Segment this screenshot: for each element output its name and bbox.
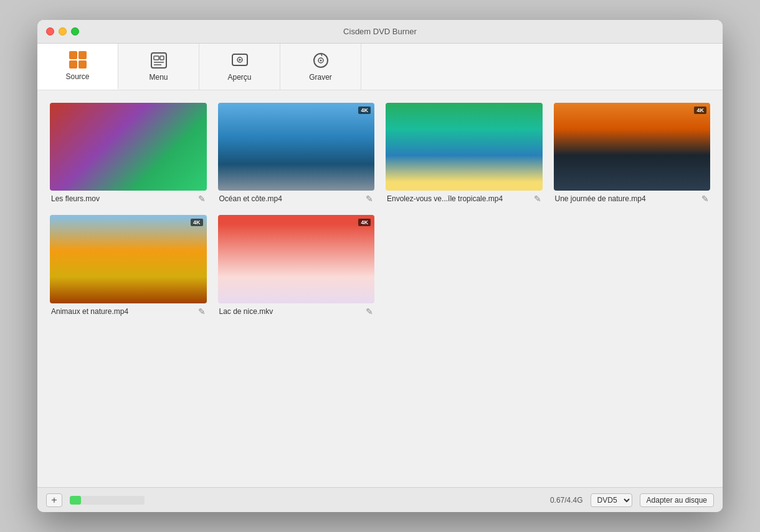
svg-rect-2 <box>160 56 164 60</box>
tab-menu-label: Menu <box>149 73 168 82</box>
window-title: Cisdem DVD Burner <box>343 27 417 36</box>
video-name: Les fleurs.mov <box>51 194 194 203</box>
video-name: Envolez-vous ve...île tropicale.mp4 <box>387 194 530 203</box>
maximize-button[interactable] <box>71 27 79 36</box>
video-thumbnail: 4K <box>50 215 207 303</box>
video-grid: Les fleurs.mov✎4KOcéan et côte.mp4✎Envol… <box>50 103 710 316</box>
video-item[interactable]: Envolez-vous ve...île tropicale.mp4✎ <box>386 103 543 204</box>
edit-icon[interactable]: ✎ <box>534 194 541 204</box>
video-item[interactable]: Les fleurs.mov✎ <box>50 103 207 204</box>
video-name: Océan et côte.mp4 <box>219 194 363 203</box>
svg-point-10 <box>320 60 321 62</box>
toolbar: Source Menu Aperçu <box>37 44 723 90</box>
video-name: Lac de nice.mkv <box>219 307 363 316</box>
tab-source-label: Source <box>65 72 89 81</box>
tab-apercu-label: Aperçu <box>227 73 251 82</box>
edit-icon[interactable]: ✎ <box>198 194 206 204</box>
menu-icon <box>150 52 168 69</box>
video-info: Océan et côte.mp4✎ <box>218 194 375 204</box>
apercu-icon <box>231 52 249 69</box>
video-name: Animaux et nature.mp4 <box>51 307 194 316</box>
adapt-button[interactable]: Adapter au disque <box>640 493 714 507</box>
badge-4k: 4K <box>358 107 371 114</box>
video-thumbnail: 4K <box>554 103 711 191</box>
video-thumbnail <box>386 103 543 191</box>
video-info: Lac de nice.mkv✎ <box>218 306 375 316</box>
progress-bar-background <box>70 496 145 505</box>
video-item[interactable]: 4KLac de nice.mkv✎ <box>218 215 375 316</box>
statusbar: + 0.67/4.4G DVD5DVD9 Adapter au disque <box>37 487 723 512</box>
video-thumbnail <box>50 103 207 191</box>
size-info: 0.67/4.4G <box>550 496 583 505</box>
video-thumbnail: 4K <box>218 103 375 191</box>
main-window: Cisdem DVD Burner Source Menu <box>37 20 723 512</box>
svg-marker-7 <box>239 59 242 61</box>
traffic-lights <box>46 27 79 36</box>
tab-menu[interactable]: Menu <box>118 44 199 90</box>
source-icon <box>69 51 87 69</box>
video-item[interactable]: 4KUne journée de nature.mp4✎ <box>554 103 711 204</box>
badge-4k: 4K <box>191 219 203 226</box>
titlebar: Cisdem DVD Burner <box>37 20 723 44</box>
video-info: Animaux et nature.mp4✎ <box>50 306 207 316</box>
edit-icon[interactable]: ✎ <box>701 194 709 204</box>
tab-source[interactable]: Source <box>37 44 118 90</box>
tab-graver[interactable]: Graver <box>280 44 361 90</box>
edit-icon[interactable]: ✎ <box>366 306 373 316</box>
progress-bar-fill <box>70 496 81 505</box>
minimize-button[interactable] <box>59 27 67 36</box>
tab-apercu[interactable]: Aperçu <box>199 44 280 90</box>
edit-icon[interactable]: ✎ <box>198 306 206 316</box>
svg-rect-0 <box>151 53 166 68</box>
content-area: Les fleurs.mov✎4KOcéan et côte.mp4✎Envol… <box>37 90 723 487</box>
video-name: Une journée de nature.mp4 <box>555 194 698 203</box>
edit-icon[interactable]: ✎ <box>366 194 373 204</box>
video-info: Une journée de nature.mp4✎ <box>554 194 711 204</box>
add-button[interactable]: + <box>46 493 62 507</box>
progress-bar-container <box>70 496 543 505</box>
close-button[interactable] <box>46 27 54 36</box>
video-item[interactable]: 4KAnimaux et nature.mp4✎ <box>50 215 207 316</box>
svg-rect-1 <box>154 56 159 60</box>
add-icon: + <box>51 495 57 506</box>
video-info: Les fleurs.mov✎ <box>50 194 207 204</box>
video-thumbnail: 4K <box>218 215 375 303</box>
tab-graver-label: Graver <box>309 73 332 82</box>
video-item[interactable]: 4KOcéan et côte.mp4✎ <box>218 103 375 204</box>
badge-4k: 4K <box>358 219 371 226</box>
graver-icon <box>312 52 330 69</box>
video-info: Envolez-vous ve...île tropicale.mp4✎ <box>386 194 543 204</box>
dvd-select[interactable]: DVD5DVD9 <box>591 493 632 507</box>
badge-4k: 4K <box>694 107 706 114</box>
